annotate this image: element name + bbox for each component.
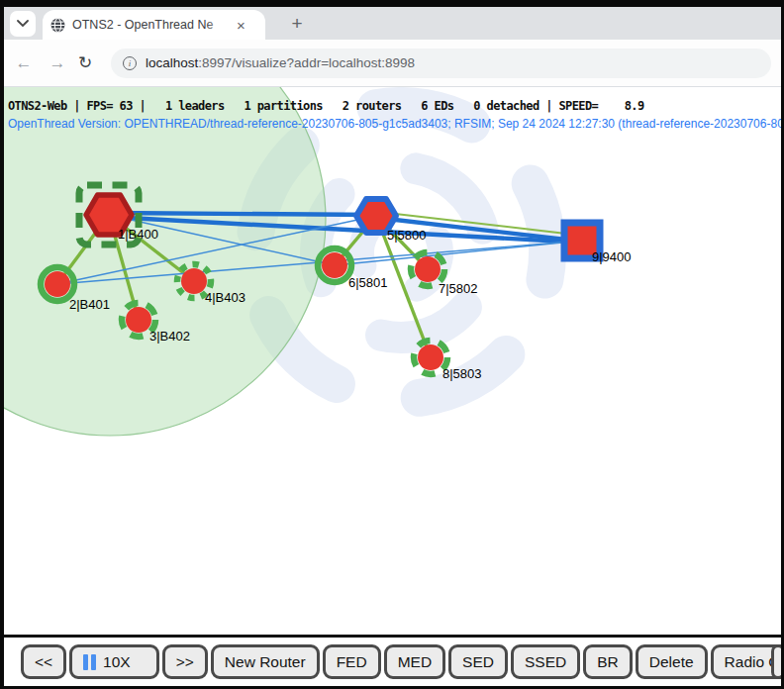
node-2[interactable] xyxy=(45,271,70,297)
tab-otns2[interactable]: OTNS2 - OpenThread Ne × xyxy=(43,10,265,40)
button-label: << xyxy=(35,653,52,671)
url-bar[interactable]: i localhost:8997/visualize?addr=localhos… xyxy=(111,49,771,78)
tab-strip: OTNS2 - OpenThread Ne × + xyxy=(4,7,781,40)
chevron-down-icon xyxy=(17,20,29,28)
new-tab-button[interactable]: + xyxy=(285,12,309,36)
br-button[interactable]: BR xyxy=(583,644,633,679)
node-3[interactable] xyxy=(126,307,151,333)
delete-button[interactable]: Delete xyxy=(636,644,708,679)
button-label: >> xyxy=(176,653,194,671)
tab-search-button[interactable] xyxy=(10,11,36,37)
node-8[interactable] xyxy=(418,344,443,370)
tab-close-icon[interactable]: × xyxy=(237,18,245,33)
browser-window: OTNS2 - OpenThread Ne × + ← → ↻ i localh… xyxy=(0,0,784,689)
button-label: SSED xyxy=(525,653,566,671)
tab-title: OTNS2 - OpenThread Ne xyxy=(72,18,233,32)
node-7[interactable] xyxy=(415,256,441,282)
node-4[interactable] xyxy=(181,268,207,294)
med-button[interactable]: MED xyxy=(384,644,445,679)
button-label: 10X xyxy=(103,653,131,671)
version-line: OpenThread Version: OPENTHREAD/thread-re… xyxy=(8,117,781,131)
node-label: 6|5801 xyxy=(348,275,388,290)
speed-button[interactable]: 10X xyxy=(69,644,159,679)
step-fwd-button[interactable]: >> xyxy=(162,644,208,679)
site-info-icon[interactable]: i xyxy=(123,56,137,70)
node-label: 8|5803 xyxy=(442,366,482,381)
globe-icon xyxy=(50,18,65,33)
step-back-button[interactable]: << xyxy=(21,644,66,679)
node-label: 9|9400 xyxy=(592,249,632,264)
network-topology: 1|B4002|B4013|B4024|B4035|58006|58017|58… xyxy=(4,87,781,635)
action-toolbar: <<10X>>New RouterFEDMEDSEDSSEDBRDeleteRa… xyxy=(4,635,781,686)
node-label: 7|5802 xyxy=(439,281,478,296)
button-label: MED xyxy=(398,653,432,671)
cutoff-button[interactable] xyxy=(771,644,781,679)
status-line: OTNS2-Web | FPS= 63 | 1 leaders 1 partit… xyxy=(8,99,644,113)
node-label: 1|B400 xyxy=(118,227,158,242)
otns-canvas[interactable]: 1|B4002|B4013|B4024|B4035|58006|58017|58… xyxy=(4,87,781,635)
node-6[interactable] xyxy=(322,252,347,278)
button-label: FED xyxy=(337,653,367,671)
fed-button[interactable]: FED xyxy=(323,644,381,679)
pause-icon xyxy=(83,654,96,670)
node-label: 4|B403 xyxy=(205,290,245,305)
ssed-button[interactable]: SSED xyxy=(511,644,580,679)
link-router xyxy=(109,213,376,215)
new-router-button[interactable]: New Router xyxy=(211,644,320,679)
button-label: New Router xyxy=(225,653,306,671)
reload-icon[interactable]: ↻ xyxy=(71,52,99,73)
forward-icon[interactable]: → xyxy=(44,53,71,73)
back-icon[interactable]: ← xyxy=(10,53,38,73)
node-label: 5|5800 xyxy=(387,228,427,243)
browser-toolbar: ← → ↻ i localhost:8997/visualize?addr=lo… xyxy=(4,40,781,87)
node-label: 3|B402 xyxy=(149,329,190,344)
url-text: localhost:8997/visualize?addr=localhost:… xyxy=(146,55,415,70)
node-label: 2|B401 xyxy=(69,297,110,312)
button-label: Delete xyxy=(649,653,694,671)
sed-button[interactable]: SED xyxy=(448,644,508,679)
button-label: BR xyxy=(597,653,619,671)
button-label: SED xyxy=(462,653,494,671)
